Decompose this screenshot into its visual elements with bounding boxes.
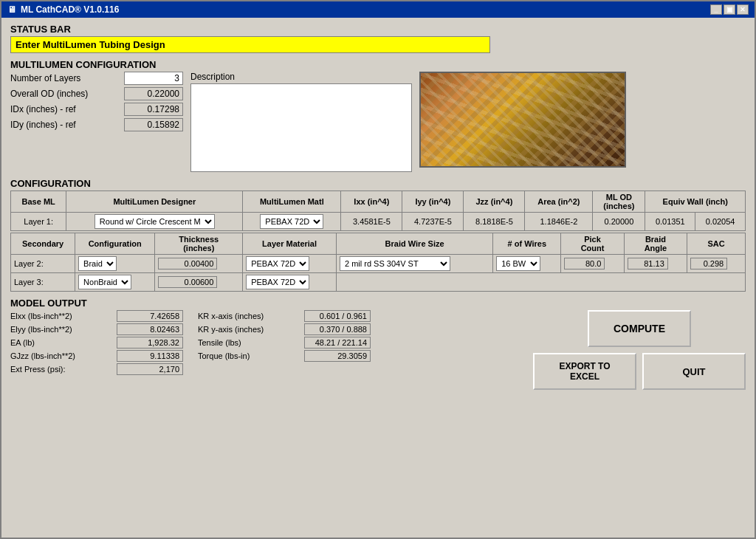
layer2-row: Layer 2: Braid PEBAX 72D (11, 255, 746, 273)
layer3-config-cell: NonBraid (75, 273, 155, 292)
kr-x-row: KR x-axis (inches) (198, 310, 371, 322)
gjzz-row: GJzz (lbs-inch**2) (10, 350, 183, 362)
gjzz-input[interactable] (117, 350, 183, 362)
num-layers-row: Number of Layers (10, 72, 183, 85)
multilumen-grid: Number of Layers Overall OD (inches) IDx… (10, 72, 746, 172)
kr-y-input[interactable] (304, 323, 371, 335)
layer1-matl-select[interactable]: PEBAX 72D (260, 214, 323, 229)
col-equiv-wall: Equiv Wall (inch) (645, 191, 746, 213)
layer3-empty (336, 273, 745, 292)
config-header-row: Base ML MultiLumen Designer MultiLumen M… (11, 191, 746, 213)
num-layers-label: Number of Layers (10, 73, 121, 83)
description-textarea[interactable] (190, 83, 412, 172)
idx-row: IDx (inches) - ref (10, 103, 183, 116)
layer2-braid-angle-input[interactable] (628, 258, 668, 270)
layer1-config-select[interactable]: Round w/ Circle Crescent M (94, 214, 215, 229)
status-input[interactable] (10, 36, 490, 53)
ext-press-row: Ext Press (psi): (10, 363, 183, 375)
elxx-input[interactable] (117, 310, 183, 322)
layer2-braid-angle-cell (624, 255, 687, 273)
ea-input[interactable] (117, 337, 183, 349)
output-left-col: Elxx (lbs-inch**2) Elyy (lbs-inch**2) EA… (10, 310, 183, 375)
description-section: Description (190, 72, 412, 172)
layer1-ixx: 3.4581E-5 (341, 213, 402, 231)
idx-input[interactable] (124, 103, 183, 116)
compute-button[interactable]: COMPUTE (588, 310, 691, 347)
kr-y-row: KR y-axis (inches) (198, 323, 371, 335)
layer1-equiv1: 0.01351 (645, 213, 695, 231)
overall-od-input[interactable] (124, 87, 183, 100)
elyy-row: Elyy (lbs-inch**2) (10, 323, 183, 335)
status-bar-title: STATUS BAR (10, 24, 746, 35)
layer1-row: Layer 1: Round w/ Circle Crescent M PEBA… (11, 213, 746, 231)
col-area: Area (in^2) (525, 191, 593, 213)
layer2-config-select[interactable]: Braid (78, 256, 117, 271)
overall-od-row: Overall OD (inches) (10, 87, 183, 100)
layer1-matl-cell: PEBAX 72D (243, 213, 341, 231)
layer2-pick-count-input[interactable] (564, 258, 605, 270)
close-button[interactable]: ✕ (737, 4, 749, 15)
layer3-thickness-cell (155, 273, 243, 292)
export-button[interactable]: EXPORT TOEXCEL (533, 353, 636, 390)
elyy-label: Elyy (lbs-inch**2) (10, 325, 114, 334)
layer2-num-wires-cell: 16 BW (493, 255, 561, 273)
num-layers-input[interactable] (124, 72, 183, 85)
layer2-sac-cell (687, 255, 746, 273)
layer2-matl-select[interactable]: PEBAX 72D (246, 256, 309, 271)
idy-input[interactable] (124, 118, 183, 131)
layer1-equiv2: 0.02054 (695, 213, 746, 231)
layer3-label: Layer 3: (11, 273, 75, 292)
torque-row: Torque (lbs-in) (198, 350, 371, 362)
idy-label: IDy (inches) - ref (10, 120, 121, 130)
quit-button[interactable]: QUIT (642, 353, 746, 390)
col-ml-od: ML OD(inches) (593, 191, 645, 213)
elxx-row: Elxx (lbs-inch**2) (10, 310, 183, 322)
layer1-ml-od: 0.20000 (593, 213, 645, 231)
ext-press-input[interactable] (117, 363, 183, 375)
col-jzz: Jzz (in^4) (464, 191, 525, 213)
ext-press-label: Ext Press (psi): (10, 365, 114, 374)
layer2-matl-cell: PEBAX 72D (243, 255, 337, 273)
bottom-buttons: EXPORT TOEXCEL QUIT (533, 353, 746, 390)
layer3-thickness-input[interactable] (158, 276, 217, 288)
layer1-jzz: 8.1818E-5 (464, 213, 525, 231)
layer2-pick-count-cell (561, 255, 624, 273)
main-window: 🖥 ML CathCAD® V1.0.116 _ ▣ ✕ STATUS BAR … (0, 0, 756, 539)
layer2-thickness-cell (155, 255, 243, 273)
layer2-thickness-input[interactable] (158, 258, 217, 270)
elyy-input[interactable] (117, 323, 183, 335)
layer2-braid-wire-select[interactable]: 2 mil rd SS 304V ST (340, 256, 450, 271)
torque-input[interactable] (304, 350, 371, 362)
tensile-label: Tensile (lbs) (198, 338, 301, 347)
minimize-button[interactable]: _ (710, 4, 722, 15)
window-title: ML CathCAD® V1.0.116 (21, 4, 119, 15)
layer2-label: Layer 2: (11, 255, 75, 273)
configuration-section: CONFIGURATION Base ML MultiLumen Designe… (10, 178, 746, 292)
title-bar-controls: _ ▣ ✕ (710, 4, 749, 15)
config-table: Base ML MultiLumen Designer MultiLumen M… (10, 190, 746, 231)
model-output-title: MODEL OUTPUT (10, 298, 746, 309)
col-thickness: Thickness(inches) (155, 233, 243, 255)
desc-image-area: Description (190, 72, 626, 172)
tubing-image (419, 72, 626, 168)
layer3-matl-select[interactable]: PEBAX 72D (246, 275, 309, 289)
idx-label: IDx (inches) - ref (10, 104, 121, 114)
col-secondary: Secondary (11, 233, 75, 255)
col-iyy: Iyy (in^4) (402, 191, 464, 213)
layer3-config-select[interactable]: NonBraid (78, 275, 131, 289)
overall-od-label: Overall OD (inches) (10, 89, 121, 99)
multilumen-title: MULTILUMEN CONFIGURATION (10, 59, 746, 70)
layer2-braid-wire-cell: 2 mil rd SS 304V ST (336, 255, 492, 273)
restore-button[interactable]: ▣ (724, 4, 735, 15)
col-sac: SAC (687, 233, 746, 255)
tensile-input[interactable] (304, 337, 371, 349)
layer2-num-wires-select[interactable]: 16 BW (496, 256, 540, 271)
secondary-header-row: Secondary Configuration Thickness(inches… (11, 233, 746, 255)
layer2-sac-input[interactable] (690, 258, 727, 270)
kr-x-input[interactable] (304, 310, 371, 322)
buttons-column: COMPUTE EXPORT TOEXCEL QUIT (533, 310, 746, 390)
elxx-label: Elxx (lbs-inch**2) (10, 312, 114, 320)
gjzz-label: GJzz (lbs-inch**2) (10, 351, 114, 360)
col-multilumen-matl: MultiLumen Matl (243, 191, 341, 213)
layer3-matl-cell: PEBAX 72D (243, 273, 337, 292)
